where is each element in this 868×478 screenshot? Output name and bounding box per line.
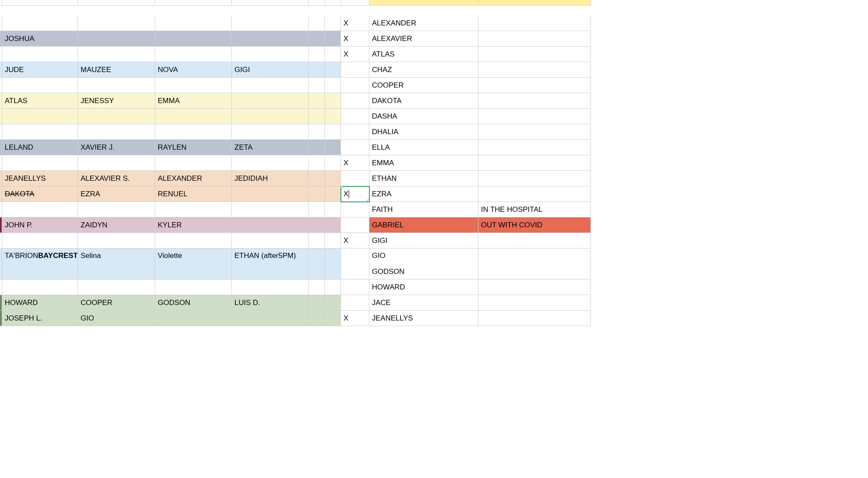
note-cell[interactable] xyxy=(478,264,591,280)
name-cell[interactable]: DAKOTA xyxy=(369,93,478,109)
table-cell[interactable] xyxy=(309,109,325,124)
table-cell[interactable] xyxy=(309,78,325,93)
mark-cell[interactable] xyxy=(341,295,369,311)
table-cell[interactable] xyxy=(325,47,341,62)
note-cell[interactable] xyxy=(478,47,591,62)
table-cell[interactable] xyxy=(2,124,78,140)
table-cell[interactable]: JOHN P. xyxy=(2,217,78,233)
mark-cell[interactable] xyxy=(341,202,369,217)
mark-cell[interactable] xyxy=(341,78,369,93)
header-cell[interactable] xyxy=(78,0,155,6)
mark-cell[interactable] xyxy=(341,93,369,109)
mark-cell[interactable] xyxy=(341,264,369,280)
table-cell[interactable] xyxy=(325,140,341,155)
name-cell[interactable]: ATLAS xyxy=(369,47,478,62)
name-cell[interactable]: EZRA xyxy=(369,186,478,202)
table-cell[interactable] xyxy=(325,202,341,217)
table-cell[interactable] xyxy=(155,311,232,326)
table-cell[interactable] xyxy=(309,280,325,295)
table-cell[interactable] xyxy=(2,264,78,280)
table-cell[interactable] xyxy=(309,311,325,326)
table-cell[interactable] xyxy=(309,233,325,248)
name-cell[interactable]: COOPER xyxy=(369,78,478,93)
table-cell[interactable]: EZRA xyxy=(78,186,155,202)
note-cell[interactable] xyxy=(478,78,591,93)
table-cell[interactable] xyxy=(309,186,325,202)
table-cell[interactable] xyxy=(325,217,341,233)
table-cell[interactable] xyxy=(325,124,341,140)
table-cell[interactable]: LELAND xyxy=(2,140,78,155)
table-cell[interactable] xyxy=(309,93,325,109)
table-cell[interactable] xyxy=(232,186,309,202)
mark-cell[interactable]: X xyxy=(341,233,369,248)
mark-cell[interactable] xyxy=(341,124,369,140)
table-cell[interactable] xyxy=(309,31,325,47)
header-cell[interactable] xyxy=(325,0,341,6)
table-cell[interactable]: LUIS D. xyxy=(232,295,309,311)
table-cell[interactable] xyxy=(232,78,309,93)
table-cell[interactable]: GIGI xyxy=(232,62,309,78)
table-cell[interactable]: JOSHUA xyxy=(2,31,78,47)
table-cell[interactable]: ATLAS xyxy=(2,93,78,109)
header-cell[interactable] xyxy=(341,0,369,6)
table-cell[interactable] xyxy=(309,171,325,186)
table-cell[interactable] xyxy=(309,202,325,217)
name-cell[interactable]: DHALIA xyxy=(369,124,478,140)
table-cell[interactable]: MAUZEE xyxy=(78,62,155,78)
table-cell[interactable] xyxy=(232,155,309,171)
table-cell[interactable] xyxy=(2,233,78,248)
table-cell[interactable]: RAYLEN xyxy=(155,140,232,155)
name-cell[interactable]: HOWARD xyxy=(369,280,478,295)
note-cell[interactable] xyxy=(478,311,591,326)
table-cell[interactable] xyxy=(232,31,309,47)
table-cell[interactable] xyxy=(2,47,78,62)
table-cell[interactable] xyxy=(78,78,155,93)
note-cell[interactable] xyxy=(478,109,591,124)
mark-cell[interactable]: X xyxy=(341,31,369,47)
table-cell[interactable]: EMMA xyxy=(155,93,232,109)
name-cell[interactable]: JEANELLYS xyxy=(369,311,478,326)
table-cell[interactable] xyxy=(325,264,341,280)
table-cell[interactable] xyxy=(232,311,309,326)
table-cell[interactable] xyxy=(232,93,309,109)
name-cell[interactable]: GODSON xyxy=(369,264,478,280)
header-cell[interactable] xyxy=(232,0,309,6)
table-cell[interactable] xyxy=(155,202,232,217)
name-cell[interactable]: EMMA xyxy=(369,155,478,171)
note-cell[interactable] xyxy=(478,31,591,47)
table-cell[interactable] xyxy=(78,280,155,295)
table-cell[interactable] xyxy=(325,62,341,78)
table-cell[interactable] xyxy=(78,202,155,217)
table-cell[interactable]: ALEXANDER xyxy=(155,171,232,186)
note-cell[interactable] xyxy=(478,186,591,202)
table-cell[interactable] xyxy=(309,124,325,140)
table-cell[interactable] xyxy=(2,280,78,295)
header-cell[interactable] xyxy=(369,0,478,6)
table-cell[interactable] xyxy=(325,78,341,93)
table-cell[interactable] xyxy=(155,78,232,93)
mark-cell[interactable] xyxy=(341,140,369,155)
table-cell[interactable] xyxy=(78,155,155,171)
table-cell[interactable] xyxy=(155,155,232,171)
table-cell[interactable] xyxy=(232,47,309,62)
name-cell[interactable]: DASHA xyxy=(369,109,478,124)
table-cell[interactable] xyxy=(309,264,325,280)
mark-cell[interactable]: X xyxy=(341,311,369,326)
table-cell[interactable] xyxy=(232,233,309,248)
name-cell[interactable]: ALEXANDER xyxy=(369,16,478,31)
table-cell[interactable] xyxy=(325,186,341,202)
table-cell[interactable] xyxy=(155,47,232,62)
mark-cell[interactable] xyxy=(341,109,369,124)
name-cell[interactable]: ALEXAVIER xyxy=(369,31,478,47)
mark-cell[interactable]: X xyxy=(341,47,369,62)
table-cell[interactable] xyxy=(325,233,341,248)
name-cell[interactable]: GIGI xyxy=(369,233,478,248)
table-cell[interactable] xyxy=(155,16,232,31)
table-cell[interactable] xyxy=(325,109,341,124)
table-cell[interactable] xyxy=(155,109,232,124)
note-cell[interactable] xyxy=(478,124,591,140)
table-cell[interactable] xyxy=(78,233,155,248)
note-cell[interactable] xyxy=(478,16,591,31)
table-cell[interactable]: HOWARD xyxy=(2,295,78,311)
table-cell[interactable] xyxy=(155,233,232,248)
